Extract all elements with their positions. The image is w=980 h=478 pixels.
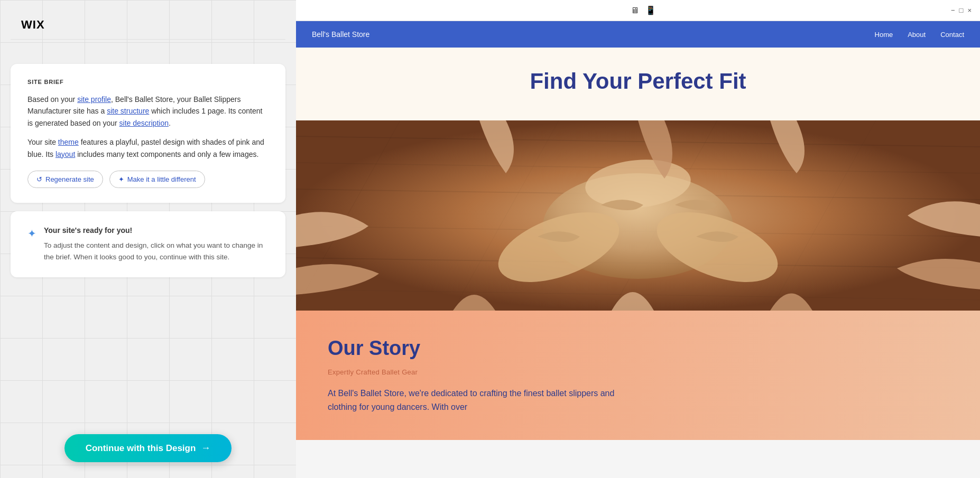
preview-frame: Bell's Ballet Store Home About Contact F… (296, 21, 980, 478)
paragraph2-before: Your site (27, 138, 58, 146)
left-panel: WIX SITE BRIEF Based on your site profil… (0, 0, 296, 478)
regenerate-icon: ↺ (36, 175, 42, 183)
arrow-icon: → (201, 443, 210, 454)
minimize-button[interactable]: − (951, 6, 955, 14)
desktop-icon[interactable]: 🖥 (631, 6, 639, 15)
wix-logo: WIX (11, 11, 285, 40)
ready-card: ✦ Your site's ready for you! To adjust t… (11, 211, 285, 277)
panel-content: WIX SITE BRIEF Based on your site profil… (0, 0, 296, 478)
site-structure-link[interactable]: site structure (107, 107, 149, 115)
paragraph1-before: Based on your (27, 95, 77, 104)
logo-text: WIX (21, 18, 45, 31)
ballet-svg (296, 120, 980, 311)
window-controls: − □ × (951, 6, 972, 14)
nav-links: Home About Contact (875, 31, 964, 39)
continue-button[interactable]: Continue with this Design → (64, 434, 232, 462)
continue-button-label: Continue with this Design (86, 443, 196, 454)
ready-text-block: Your site's ready for you! To adjust the… (44, 226, 269, 263)
website-nav: Bell's Ballet Store Home About Contact (296, 21, 980, 48)
story-section: Our Story Expertly Crafted Ballet Gear A… (296, 311, 980, 440)
story-body: At Bell's Ballet Store, we're dedicated … (328, 387, 645, 414)
nav-home[interactable]: Home (875, 31, 893, 39)
wand-icon: ✦ (118, 175, 124, 183)
brief-actions: ↺ Regenerate site ✦ Make it a little dif… (27, 171, 269, 188)
ready-title: Your site's ready for you! (44, 226, 269, 235)
nav-contact[interactable]: Contact (940, 31, 964, 39)
maximize-button[interactable]: □ (959, 6, 964, 14)
device-icons: 🖥 📱 (631, 5, 656, 15)
close-button[interactable]: × (967, 6, 972, 14)
site-brief-paragraph2: Your site theme features a playful, past… (27, 136, 269, 160)
sparkle-icon: ✦ (27, 227, 36, 240)
make-different-button[interactable]: ✦ Make it a little different (109, 171, 205, 188)
make-different-label: Make it a little different (127, 175, 196, 183)
right-panel: 🖥 📱 − □ × Bell's Ballet Store Home About… (296, 0, 980, 478)
preview-toolbar: 🖥 📱 − □ × (296, 0, 980, 21)
layout-link[interactable]: layout (56, 150, 75, 158)
site-brief-title: SITE BRIEF (27, 79, 269, 85)
story-title: Our Story (328, 337, 948, 360)
ready-body: To adjust the content and design, click … (44, 240, 269, 263)
site-brief-paragraph1: Based on your site profile, Bell's Balle… (27, 93, 269, 129)
theme-link[interactable]: theme (58, 138, 79, 146)
hero-title: Find Your Perfect Fit (328, 69, 948, 94)
story-subtitle: Expertly Crafted Ballet Gear (328, 368, 948, 376)
continue-btn-wrapper: Continue with this Design → (0, 434, 296, 462)
hero-image (296, 120, 980, 311)
regenerate-site-button[interactable]: ↺ Regenerate site (27, 171, 103, 188)
regenerate-label: Regenerate site (45, 175, 94, 183)
mobile-icon[interactable]: 📱 (645, 5, 656, 15)
paragraph2-end: includes many text components and only a… (75, 150, 258, 158)
nav-about[interactable]: About (908, 31, 926, 39)
site-brief-card: SITE BRIEF Based on your site profile, B… (11, 64, 285, 203)
website-logo: Bell's Ballet Store (312, 30, 369, 39)
site-profile-link[interactable]: site profile (77, 95, 111, 104)
paragraph1-final: . (169, 119, 171, 127)
site-description-link[interactable]: site description (119, 119, 169, 127)
ballet-shoes-visual (296, 120, 980, 311)
hero-section: Find Your Perfect Fit (296, 48, 980, 120)
